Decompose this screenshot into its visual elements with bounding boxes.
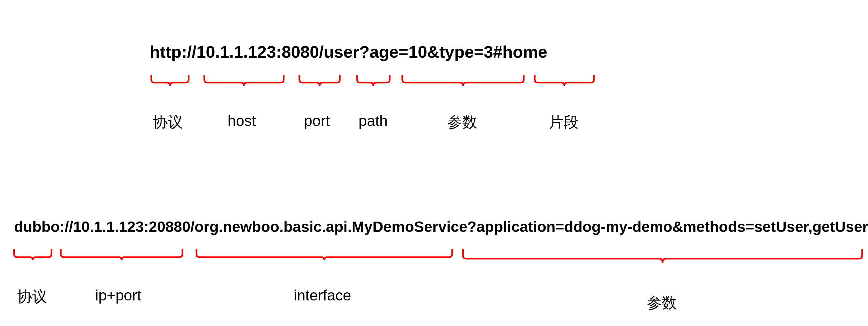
brace-http-params xyxy=(401,73,525,92)
label-http-fragment: 片段 xyxy=(549,112,579,132)
http-url-text: http://10.1.1.123:8080/user?age=10&type=… xyxy=(150,42,548,61)
brace-http-host xyxy=(203,73,285,92)
brace-dubbo-ipport xyxy=(59,248,184,266)
brace-dubbo-params xyxy=(461,248,864,273)
label-dubbo-params: 参数 xyxy=(647,293,677,313)
brace-dubbo-protocol xyxy=(12,248,53,266)
label-http-protocol: 协议 xyxy=(153,112,183,132)
brace-dubbo-interface xyxy=(195,248,454,266)
brace-http-fragment xyxy=(533,73,595,92)
label-http-params: 参数 xyxy=(447,112,477,132)
dubbo-url-text: dubbo://10.1.1.123:20880/org.newboo.basi… xyxy=(14,218,868,235)
label-dubbo-interface: interface xyxy=(294,287,351,304)
brace-http-port xyxy=(298,73,341,92)
label-dubbo-ipport: ip+port xyxy=(95,287,141,304)
brace-http-path xyxy=(355,73,391,92)
label-http-path: path xyxy=(359,112,388,129)
label-http-host: host xyxy=(227,112,256,129)
label-dubbo-protocol: 协议 xyxy=(17,287,47,307)
brace-http-protocol xyxy=(150,73,190,92)
label-http-port: port xyxy=(304,112,330,129)
